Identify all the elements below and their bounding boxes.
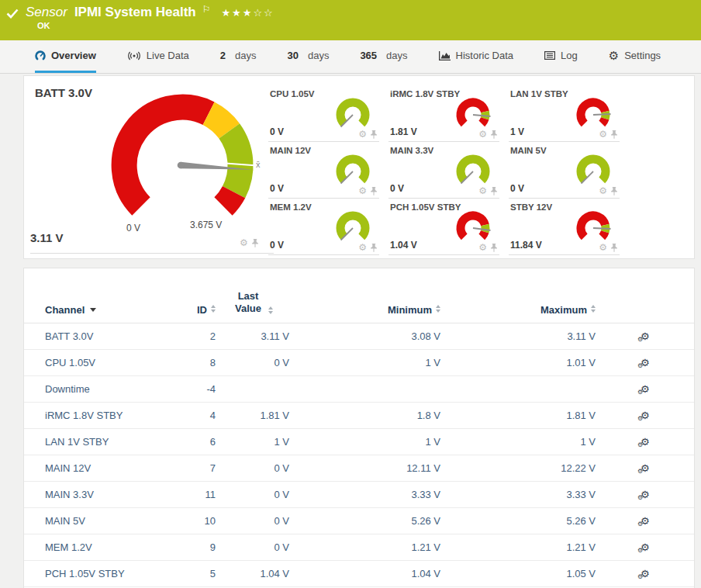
- chart-icon: [439, 51, 451, 61]
- pin-icon[interactable]: [490, 244, 498, 252]
- cell-channel: MAIN 12V: [45, 462, 169, 474]
- pin-icon[interactable]: [370, 130, 378, 139]
- cell-minimum: 3.33 V: [289, 489, 440, 500]
- tab-historic-data[interactable]: Historic Data: [439, 40, 513, 73]
- cell-id: 8: [169, 357, 216, 368]
- gauge-icon: [35, 50, 46, 61]
- column-header-minimum[interactable]: Minimum: [289, 304, 440, 316]
- tab-number: 2: [220, 50, 226, 61]
- gear-icon[interactable]: ⚙: [599, 130, 607, 139]
- table-row-main-3-3v: MAIN 3.3V 11 0 V 3.33 V 3.33 V ⚙⚙: [24, 482, 694, 508]
- gear-icon[interactable]: ⚙: [358, 243, 367, 252]
- tab-2-days[interactable]: 2days: [220, 40, 257, 73]
- gauge-tile-lan-1v-stby[interactable]: LAN 1V STBY 1 V ⚙: [509, 85, 620, 142]
- channel-settings-icon[interactable]: ⚙⚙: [641, 437, 650, 447]
- gauge-label: MAIN 3.3V: [390, 146, 433, 155]
- gear-icon[interactable]: ⚙: [478, 243, 487, 252]
- tab-bar: Overview Live Data 2days 30days 365days …: [0, 40, 701, 74]
- cell-last-value: 0 V: [216, 357, 289, 368]
- channel-settings-icon[interactable]: ⚙⚙: [641, 569, 650, 579]
- mini-gauge-red: [454, 208, 492, 247]
- gear-icon[interactable]: ⚙: [478, 186, 487, 195]
- tab-label: days: [308, 50, 329, 61]
- pin-icon[interactable]: [370, 244, 378, 252]
- cell-id: 4: [169, 410, 216, 421]
- cell-last-value: 0 V: [216, 489, 289, 500]
- gauge-tile-main-12v[interactable]: MAIN 12V 0 V ⚙: [268, 142, 379, 199]
- column-header-last-value[interactable]: Last Value: [216, 290, 289, 316]
- pin-icon[interactable]: [370, 187, 378, 195]
- flag-icon[interactable]: ⚐: [202, 5, 211, 14]
- table-row-cpu-1-05v: CPU 1.05V 8 0 V 1 V 1.01 V ⚙⚙: [24, 350, 694, 376]
- tab-live-data[interactable]: Live Data: [127, 40, 189, 73]
- gear-icon[interactable]: ⚙: [599, 186, 607, 195]
- gauge-label: MAIN 12V: [270, 146, 311, 155]
- column-header-maximum[interactable]: Maximum: [440, 304, 596, 316]
- channel-settings-icon[interactable]: ⚙⚙: [641, 410, 650, 420]
- pin-icon[interactable]: [490, 187, 498, 195]
- gauge-tile-irmc-1-8v-stby[interactable]: iRMC 1.8V STBY 1.81 V ⚙: [388, 85, 499, 142]
- channel-settings-icon[interactable]: ⚙⚙: [641, 384, 650, 394]
- sort-desc-icon: [90, 308, 96, 312]
- gear-icon[interactable]: ⚙: [358, 130, 367, 139]
- mini-gauge-green: [454, 151, 492, 190]
- cell-channel: MAIN 5V: [45, 515, 169, 527]
- mini-gauge-green: [333, 208, 372, 247]
- tab-30-days[interactable]: 30days: [287, 40, 329, 73]
- pin-icon[interactable]: [610, 187, 618, 195]
- gauge-tile-stby-12v[interactable]: STBY 12V 11.84 V ⚙: [509, 199, 620, 255]
- pin-icon[interactable]: [251, 239, 259, 247]
- cell-id: 9: [169, 541, 216, 553]
- tab-365-days[interactable]: 365days: [360, 40, 407, 73]
- cell-id: 10: [169, 515, 216, 527]
- gear-icon[interactable]: ⚙: [240, 238, 248, 247]
- gauge-tile-main-5v[interactable]: MAIN 5V 0 V ⚙: [509, 142, 620, 199]
- gear-icon[interactable]: ⚙: [358, 186, 367, 195]
- pin-icon[interactable]: [610, 244, 618, 252]
- cell-maximum: 1.05 V: [440, 568, 596, 579]
- table-header: Channel ID Last Value Minimum Maximum: [24, 268, 694, 323]
- cell-maximum: 5.26 V: [440, 515, 596, 527]
- cell-last-value: 0 V: [216, 462, 289, 474]
- channel-settings-icon[interactable]: ⚙⚙: [641, 542, 650, 552]
- priority-stars[interactable]: ★★★☆☆: [221, 7, 274, 19]
- channel-settings-icon[interactable]: ⚙⚙: [641, 516, 650, 526]
- pin-icon[interactable]: [490, 130, 498, 139]
- tab-label: Log: [561, 50, 578, 61]
- gauge-value: 0 V: [510, 183, 524, 194]
- channel-settings-icon[interactable]: ⚙⚙: [641, 358, 650, 368]
- gauge-value: 11.84 V: [510, 240, 542, 251]
- channel-settings-icon[interactable]: ⚙⚙: [641, 489, 650, 500]
- cell-maximum: 3.33 V: [440, 489, 596, 500]
- tab-label: Live Data: [147, 50, 189, 61]
- gear-icon[interactable]: ⚙: [599, 243, 607, 252]
- cell-id: 5: [169, 568, 216, 579]
- gauge-value: 1 V: [510, 126, 524, 137]
- gauge-label: PCH 1.05V STBY: [390, 202, 461, 212]
- table-row-main-12v: MAIN 12V 7 0 V 12.11 V 12.22 V ⚙⚙: [24, 455, 694, 482]
- gauge-tile-pch-1-05v-stby[interactable]: PCH 1.05V STBY 1.04 V ⚙: [388, 199, 499, 255]
- gear-icon: ⚙: [609, 50, 619, 61]
- gear-icon[interactable]: ⚙: [478, 130, 487, 139]
- cell-last-value: 1 V: [216, 436, 289, 448]
- tab-label: Settings: [624, 50, 661, 61]
- cell-maximum: 1.81 V: [440, 410, 596, 421]
- mini-gauge-red: [574, 95, 613, 133]
- channel-settings-icon[interactable]: ⚙⚙: [641, 463, 650, 473]
- table-row-main-5v: MAIN 5V 10 0 V 5.26 V 5.26 V ⚙⚙: [24, 508, 694, 534]
- tab-log[interactable]: Log: [544, 40, 578, 73]
- cell-last-value: 0 V: [216, 541, 289, 553]
- tab-label: days: [386, 50, 407, 61]
- pin-icon[interactable]: [610, 130, 618, 139]
- column-header-id[interactable]: ID: [169, 304, 216, 316]
- tab-overview[interactable]: Overview: [35, 40, 96, 73]
- cell-id: 11: [169, 489, 216, 500]
- column-header-channel[interactable]: Channel: [45, 304, 169, 316]
- channel-settings-icon[interactable]: ⚙⚙: [641, 331, 650, 341]
- gauge-tile-main-3-3v[interactable]: MAIN 3.3V 0 V ⚙: [388, 142, 499, 199]
- gauge-tile-mem-1-2v[interactable]: MEM 1.2V 0 V ⚙: [268, 199, 379, 255]
- cell-minimum: 1.04 V: [289, 568, 440, 579]
- tab-settings[interactable]: ⚙ Settings: [609, 40, 661, 73]
- mini-gauge-red: [454, 95, 492, 133]
- gauge-tile-cpu-1-05v[interactable]: CPU 1.05V 0 V ⚙: [268, 85, 379, 142]
